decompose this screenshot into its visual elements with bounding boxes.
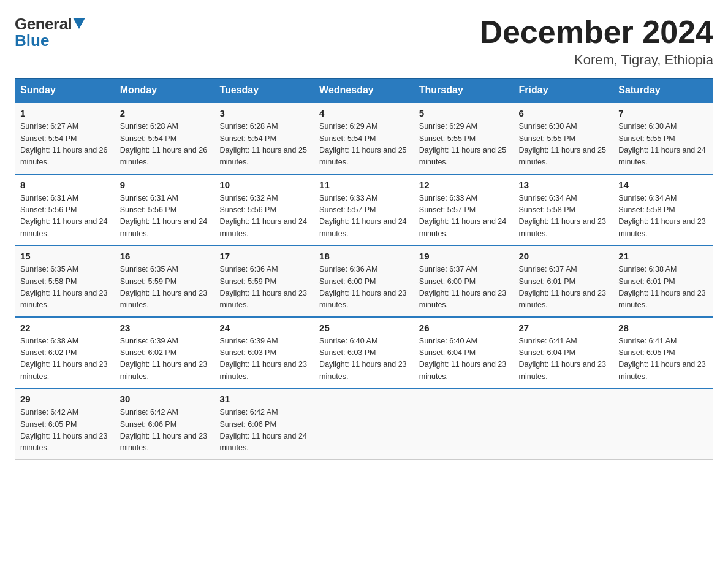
day-number: 13	[519, 180, 609, 190]
day-number: 27	[519, 323, 609, 333]
day-cell: 6 Sunrise: 6:30 AMSunset: 5:55 PMDayligh…	[514, 102, 613, 174]
day-info: Sunrise: 6:38 AMSunset: 6:02 PMDaylight:…	[20, 337, 107, 381]
calendar-table: SundayMondayTuesdayWednesdayThursdayFrid…	[15, 78, 713, 460]
day-cell	[613, 388, 713, 459]
day-cell: 17 Sunrise: 6:36 AMSunset: 5:59 PMDaylig…	[214, 245, 314, 317]
day-info: Sunrise: 6:29 AMSunset: 5:55 PMDaylight:…	[419, 122, 506, 166]
calendar-header: SundayMondayTuesdayWednesdayThursdayFrid…	[15, 79, 713, 103]
month-title: December 2024	[479, 15, 713, 50]
day-info: Sunrise: 6:39 AMSunset: 6:03 PMDaylight:…	[219, 337, 306, 381]
day-number: 12	[419, 180, 509, 190]
day-number: 14	[618, 180, 708, 190]
day-cell: 3 Sunrise: 6:28 AMSunset: 5:54 PMDayligh…	[214, 102, 314, 174]
day-number: 16	[120, 251, 210, 261]
day-info: Sunrise: 6:35 AMSunset: 5:58 PMDaylight:…	[20, 265, 107, 309]
day-info: Sunrise: 6:31 AMSunset: 5:56 PMDaylight:…	[20, 194, 107, 238]
day-number: 25	[319, 323, 409, 333]
day-cell: 8 Sunrise: 6:31 AMSunset: 5:56 PMDayligh…	[15, 174, 115, 246]
column-header-wednesday: Wednesday	[314, 79, 414, 103]
day-cell	[414, 388, 514, 459]
day-cell: 16 Sunrise: 6:35 AMSunset: 5:59 PMDaylig…	[115, 245, 214, 317]
day-number: 2	[120, 108, 210, 118]
day-number: 5	[419, 108, 509, 118]
day-info: Sunrise: 6:42 AMSunset: 6:06 PMDaylight:…	[219, 408, 306, 452]
day-cell: 30 Sunrise: 6:42 AMSunset: 6:06 PMDaylig…	[115, 388, 214, 459]
day-number: 20	[519, 251, 609, 261]
day-cell: 4 Sunrise: 6:29 AMSunset: 5:54 PMDayligh…	[314, 102, 414, 174]
day-cell: 28 Sunrise: 6:41 AMSunset: 6:05 PMDaylig…	[613, 317, 713, 389]
day-cell: 2 Sunrise: 6:28 AMSunset: 5:54 PMDayligh…	[115, 102, 214, 174]
day-number: 3	[219, 108, 309, 118]
logo: General Blue	[15, 15, 85, 50]
day-info: Sunrise: 6:31 AMSunset: 5:56 PMDaylight:…	[120, 194, 207, 238]
day-cell: 22 Sunrise: 6:38 AMSunset: 6:02 PMDaylig…	[15, 317, 115, 389]
day-number: 19	[419, 251, 509, 261]
day-cell	[514, 388, 613, 459]
day-info: Sunrise: 6:30 AMSunset: 5:55 PMDaylight:…	[519, 122, 606, 166]
day-info: Sunrise: 6:32 AMSunset: 5:56 PMDaylight:…	[219, 194, 306, 238]
day-info: Sunrise: 6:37 AMSunset: 6:01 PMDaylight:…	[519, 265, 606, 309]
day-cell: 12 Sunrise: 6:33 AMSunset: 5:57 PMDaylig…	[414, 174, 514, 246]
day-info: Sunrise: 6:30 AMSunset: 5:55 PMDaylight:…	[618, 122, 705, 166]
day-cell: 26 Sunrise: 6:40 AMSunset: 6:04 PMDaylig…	[414, 317, 514, 389]
day-info: Sunrise: 6:33 AMSunset: 5:57 PMDaylight:…	[419, 194, 506, 238]
logo-blue-text: Blue	[15, 31, 85, 50]
day-cell: 14 Sunrise: 6:34 AMSunset: 5:58 PMDaylig…	[613, 174, 713, 246]
day-info: Sunrise: 6:39 AMSunset: 6:02 PMDaylight:…	[120, 337, 207, 381]
week-row-3: 15 Sunrise: 6:35 AMSunset: 5:58 PMDaylig…	[15, 245, 713, 317]
day-number: 31	[219, 394, 309, 404]
calendar-body: 1 Sunrise: 6:27 AMSunset: 5:54 PMDayligh…	[15, 102, 713, 459]
day-number: 28	[618, 323, 708, 333]
day-info: Sunrise: 6:29 AMSunset: 5:54 PMDaylight:…	[319, 122, 406, 166]
day-cell: 21 Sunrise: 6:38 AMSunset: 6:01 PMDaylig…	[613, 245, 713, 317]
day-cell: 7 Sunrise: 6:30 AMSunset: 5:55 PMDayligh…	[613, 102, 713, 174]
day-info: Sunrise: 6:41 AMSunset: 6:05 PMDaylight:…	[618, 337, 705, 381]
day-number: 8	[20, 180, 110, 190]
column-header-sunday: Sunday	[15, 79, 115, 103]
day-number: 23	[120, 323, 210, 333]
day-info: Sunrise: 6:40 AMSunset: 6:04 PMDaylight:…	[419, 337, 506, 381]
week-row-2: 8 Sunrise: 6:31 AMSunset: 5:56 PMDayligh…	[15, 174, 713, 246]
day-number: 26	[419, 323, 509, 333]
day-cell: 31 Sunrise: 6:42 AMSunset: 6:06 PMDaylig…	[214, 388, 314, 459]
day-number: 29	[20, 394, 110, 404]
day-cell: 13 Sunrise: 6:34 AMSunset: 5:58 PMDaylig…	[514, 174, 613, 246]
day-cell: 19 Sunrise: 6:37 AMSunset: 6:00 PMDaylig…	[414, 245, 514, 317]
day-cell: 20 Sunrise: 6:37 AMSunset: 6:01 PMDaylig…	[514, 245, 613, 317]
day-number: 22	[20, 323, 110, 333]
week-row-4: 22 Sunrise: 6:38 AMSunset: 6:02 PMDaylig…	[15, 317, 713, 389]
day-cell: 9 Sunrise: 6:31 AMSunset: 5:56 PMDayligh…	[115, 174, 214, 246]
day-info: Sunrise: 6:28 AMSunset: 5:54 PMDaylight:…	[219, 122, 306, 166]
day-info: Sunrise: 6:35 AMSunset: 5:59 PMDaylight:…	[120, 265, 207, 309]
day-number: 18	[319, 251, 409, 261]
location-title: Korem, Tigray, Ethiopia	[479, 52, 713, 68]
week-row-5: 29 Sunrise: 6:42 AMSunset: 6:05 PMDaylig…	[15, 388, 713, 459]
logo-triangle-icon	[73, 18, 85, 29]
column-header-saturday: Saturday	[613, 79, 713, 103]
day-number: 21	[618, 251, 708, 261]
day-info: Sunrise: 6:42 AMSunset: 6:05 PMDaylight:…	[20, 408, 107, 452]
day-number: 15	[20, 251, 110, 261]
day-cell	[314, 388, 414, 459]
day-info: Sunrise: 6:36 AMSunset: 5:59 PMDaylight:…	[219, 265, 306, 309]
day-info: Sunrise: 6:34 AMSunset: 5:58 PMDaylight:…	[618, 194, 705, 238]
day-cell: 27 Sunrise: 6:41 AMSunset: 6:04 PMDaylig…	[514, 317, 613, 389]
day-number: 7	[618, 108, 708, 118]
day-info: Sunrise: 6:34 AMSunset: 5:58 PMDaylight:…	[519, 194, 606, 238]
day-cell: 11 Sunrise: 6:33 AMSunset: 5:57 PMDaylig…	[314, 174, 414, 246]
header-row: SundayMondayTuesdayWednesdayThursdayFrid…	[15, 79, 713, 103]
week-row-1: 1 Sunrise: 6:27 AMSunset: 5:54 PMDayligh…	[15, 102, 713, 174]
page-header: General Blue December 2024 Korem, Tigray…	[15, 15, 713, 68]
day-number: 30	[120, 394, 210, 404]
column-header-friday: Friday	[514, 79, 613, 103]
day-number: 10	[219, 180, 309, 190]
day-info: Sunrise: 6:42 AMSunset: 6:06 PMDaylight:…	[120, 408, 207, 452]
day-info: Sunrise: 6:36 AMSunset: 6:00 PMDaylight:…	[319, 265, 406, 309]
day-info: Sunrise: 6:41 AMSunset: 6:04 PMDaylight:…	[519, 337, 606, 381]
column-header-monday: Monday	[115, 79, 214, 103]
day-info: Sunrise: 6:27 AMSunset: 5:54 PMDaylight:…	[20, 122, 107, 166]
day-number: 17	[219, 251, 309, 261]
column-header-tuesday: Tuesday	[214, 79, 314, 103]
day-number: 1	[20, 108, 110, 118]
day-cell: 23 Sunrise: 6:39 AMSunset: 6:02 PMDaylig…	[115, 317, 214, 389]
